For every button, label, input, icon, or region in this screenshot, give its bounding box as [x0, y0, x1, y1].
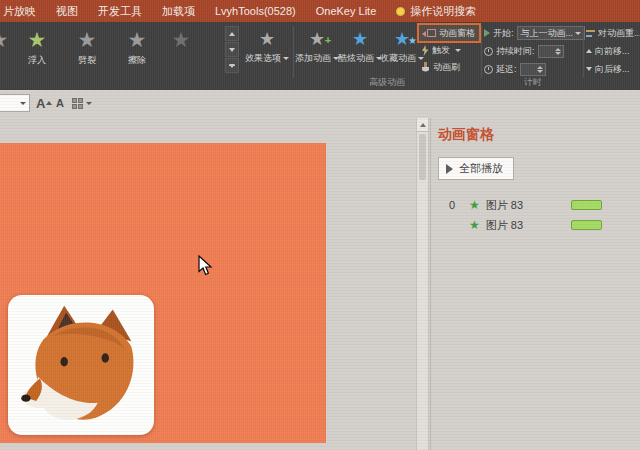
gallery-effect-float-in[interactable]: 浮入: [12, 24, 62, 78]
animation-list-item[interactable]: 0 图片 83: [431, 195, 640, 215]
chevron-down-icon: [455, 49, 461, 52]
timeline-bar[interactable]: [571, 220, 602, 230]
chevron-up-icon: [229, 32, 235, 36]
start-icon: [484, 29, 490, 37]
gallery-effect-label: 擦除: [128, 54, 146, 67]
scroll-up-button[interactable]: [417, 118, 428, 132]
animation-pane-icon: [427, 29, 436, 37]
play-all-label: 全部播放: [459, 161, 503, 176]
animation-painter-label: 动画刷: [433, 61, 460, 74]
gallery-effect-label: 劈裂: [78, 54, 96, 67]
timeline-bar[interactable]: [571, 200, 602, 210]
chevron-down-icon: [283, 57, 289, 60]
delay-spinner[interactable]: [520, 63, 546, 76]
tell-me-search[interactable]: 操作说明搜索: [386, 0, 486, 22]
chevron-down-icon: [20, 102, 26, 105]
timing-group: 开始: 与上一动画... 持续时间: 延迟:: [484, 25, 582, 79]
ribbon-separator: [583, 26, 584, 78]
lightning-icon: [421, 45, 429, 56]
grid-icon: [72, 98, 83, 109]
gallery-scroll-down-button[interactable]: [225, 42, 239, 57]
menu-tab-lvyhtools[interactable]: LvyhTools(0528): [205, 0, 306, 22]
animation-pane-title: 动画窗格: [438, 126, 640, 144]
duration-label: 持续时间:: [496, 45, 535, 58]
layout-grid-button[interactable]: [72, 95, 100, 112]
favorite-animation-button[interactable]: 收藏动画: [382, 24, 422, 82]
fox-image: [15, 302, 147, 428]
chevron-down-icon: [575, 32, 581, 35]
ribbon-separator: [481, 26, 482, 78]
play-icon: [446, 164, 453, 174]
effect-options-button[interactable]: 效果选项: [244, 24, 290, 82]
gallery-effect-partial[interactable]: [0, 24, 12, 78]
gallery-effect-split[interactable]: 劈裂: [62, 24, 112, 78]
chevron-down-icon: [86, 102, 92, 105]
mini-toolbar: A A: [0, 90, 640, 118]
animation-star-icon: [28, 28, 47, 52]
animation-painter-button[interactable]: 动画刷: [419, 59, 479, 75]
gallery-more-button[interactable]: [225, 58, 239, 73]
menu-tab-view[interactable]: 视图: [46, 0, 88, 22]
animation-order-number: 0: [442, 199, 455, 211]
workspace: 动画窗格 全部播放 0 图片 83 图片 83: [0, 90, 640, 450]
animations-ribbon: 浮入 劈裂 擦除 效果选项: [0, 22, 640, 90]
animation-list-item[interactable]: 图片 83: [431, 215, 640, 235]
animation-pane-button[interactable]: 动画窗格: [419, 25, 479, 41]
menubar: 片放映 视图 开发工具 加载项 LvyhTools(0528) OneKey L…: [0, 0, 640, 22]
delay-label: 延迟:: [496, 63, 517, 76]
start-label: 开始:: [493, 27, 514, 40]
animation-star-icon: [0, 28, 8, 52]
arrow-down-icon: [586, 67, 592, 71]
powerpoint-window: 片放映 视图 开发工具 加载项 LvyhTools(0528) OneKey L…: [0, 0, 640, 450]
reorder-animation-group: 对动画重... 向前移... 向后移...: [586, 25, 640, 79]
gallery-scrollbar: [225, 26, 239, 74]
gallery-effect-wipe[interactable]: 擦除: [112, 24, 162, 78]
ribbon-separator: [293, 26, 294, 78]
menu-tab-addins[interactable]: 加载项: [152, 0, 205, 22]
gallery-effect-label: 浮入: [28, 54, 46, 67]
gallery-scroll-up-button[interactable]: [225, 26, 239, 41]
reorder-icon: [586, 29, 595, 38]
move-earlier-button[interactable]: 向前移...: [586, 43, 640, 59]
animation-star-icon: [78, 28, 97, 52]
shrink-font-button[interactable]: A: [56, 94, 64, 112]
animation-item-label: 图片 83: [486, 198, 523, 213]
cool-animation-icon: [352, 29, 368, 49]
delay-clock-icon: [484, 65, 493, 74]
menu-tab-developer[interactable]: 开发工具: [88, 0, 152, 22]
trigger-button[interactable]: 触发: [419, 42, 479, 58]
animation-star-icon: [128, 28, 147, 52]
effect-options-label: 效果选项: [245, 53, 289, 64]
add-animation-icon: [309, 29, 325, 49]
reorder-animation-title: 对动画重...: [586, 25, 640, 41]
cool-animation-label: 酷炫动画: [338, 53, 382, 64]
arrow-up-icon: [46, 101, 52, 105]
entrance-star-icon: [469, 219, 480, 231]
favorite-animation-icon: [394, 29, 410, 49]
menu-tab-onekey-lite[interactable]: OneKey Lite: [306, 0, 387, 22]
grow-font-button[interactable]: A: [36, 94, 52, 112]
toolbar-dropdown[interactable]: [0, 94, 30, 112]
move-later-button[interactable]: 向后移...: [586, 61, 640, 77]
duration-spinner[interactable]: [538, 45, 564, 58]
scrollbar-thumb[interactable]: [419, 134, 426, 180]
start-dropdown[interactable]: 与上一动画...: [517, 26, 586, 40]
menu-tab-slideshow[interactable]: 片放映: [0, 0, 46, 22]
cool-animation-button[interactable]: 酷炫动画: [340, 24, 380, 82]
duration-clock-icon: [484, 47, 493, 56]
paintbrush-icon: [421, 62, 430, 73]
add-animation-label: 添加动画: [295, 53, 339, 64]
lightbulb-icon: [396, 7, 405, 16]
favorite-animation-label: 收藏动画: [380, 53, 424, 64]
add-animation-button[interactable]: 添加动画: [296, 24, 338, 82]
gallery-effect-dim[interactable]: [162, 24, 200, 78]
effect-options-icon: [259, 29, 275, 49]
fox-picture[interactable]: [8, 295, 154, 435]
entrance-star-icon: [469, 199, 480, 211]
arrow-up-icon: [586, 49, 592, 53]
slide-canvas[interactable]: [0, 143, 326, 443]
animation-pane-label: 动画窗格: [439, 27, 475, 40]
tell-me-label: 操作说明搜索: [410, 4, 476, 19]
play-all-button[interactable]: 全部播放: [438, 157, 514, 180]
slide-vertical-scrollbar[interactable]: [416, 118, 429, 450]
